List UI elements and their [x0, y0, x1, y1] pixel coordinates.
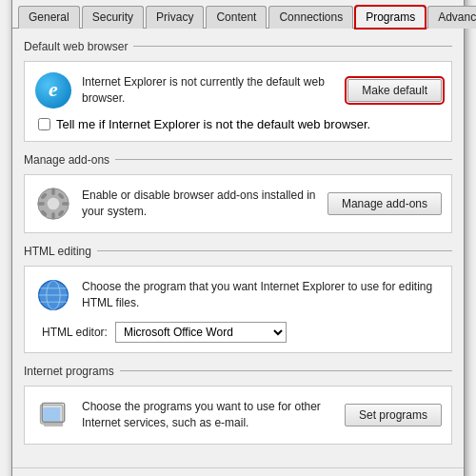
- html-editing-row: Choose the program that you want Interne…: [34, 276, 442, 314]
- svg-rect-2: [51, 188, 55, 194]
- internet-options-window: Internet Options ? ✕ General Security Pr…: [11, 0, 465, 476]
- checkbox-row: Tell me if Internet Explorer is not the …: [34, 117, 442, 131]
- tab-general[interactable]: General: [18, 6, 80, 29]
- manage-addons-box: Enable or disable browser add-ons instal…: [24, 174, 452, 233]
- default-browser-header: Default web browser: [24, 40, 452, 53]
- manage-addons-row: Enable or disable browser add-ons instal…: [34, 185, 442, 223]
- programs-icon-container: [34, 396, 72, 434]
- make-default-button[interactable]: Make default: [347, 79, 442, 102]
- gear-icon-container: [34, 185, 72, 223]
- ie-icon-container: [34, 71, 72, 109]
- tab-programs[interactable]: Programs: [355, 6, 426, 29]
- bottom-buttons-area: OK Cancel Apply: [12, 467, 464, 477]
- gear-icon: [36, 187, 70, 221]
- default-browser-box: Internet Explorer is not currently the d…: [24, 61, 452, 142]
- tabs-bar: General Security Privacy Content Connect…: [12, 0, 464, 29]
- manage-addons-section: Manage add-ons: [24, 153, 452, 233]
- tab-connections[interactable]: Connections: [268, 6, 353, 29]
- set-programs-button[interactable]: Set programs: [345, 404, 442, 426]
- svg-rect-5: [62, 202, 69, 206]
- manage-addons-button[interactable]: Manage add-ons: [327, 192, 442, 215]
- editor-label: HTML editor:: [42, 326, 108, 339]
- svg-rect-16: [43, 407, 60, 420]
- internet-programs-header: Internet programs: [24, 365, 452, 378]
- tab-advanced[interactable]: Advanced: [427, 6, 476, 29]
- internet-programs-text: Choose the programs you want to use for …: [82, 399, 335, 431]
- svg-rect-17: [44, 424, 63, 426]
- content-area: Default web browser Internet Explorer is…: [12, 29, 464, 467]
- html-editing-box: Choose the program that you want Interne…: [24, 266, 452, 353]
- tab-security[interactable]: Security: [82, 6, 144, 29]
- default-browser-checkbox[interactable]: [38, 118, 50, 130]
- html-editing-header: HTML editing: [24, 245, 452, 258]
- html-editor-select[interactable]: Microsoft Office Word Notepad Other...: [115, 322, 287, 343]
- default-browser-row: Internet Explorer is not currently the d…: [34, 71, 442, 109]
- html-editing-section: HTML editing Choose the program that you…: [24, 245, 452, 353]
- manage-addons-header: Manage add-ons: [24, 153, 452, 167]
- svg-rect-4: [38, 202, 45, 206]
- svg-point-1: [48, 197, 60, 209]
- tab-privacy[interactable]: Privacy: [146, 6, 204, 29]
- default-browser-text: Internet Explorer is not currently the d…: [82, 74, 338, 107]
- internet-programs-box: Choose the programs you want to use for …: [24, 386, 452, 445]
- programs-icon: [36, 398, 70, 432]
- svg-rect-3: [51, 212, 55, 219]
- internet-programs-row: Choose the programs you want to use for …: [34, 396, 442, 434]
- default-browser-section: Default web browser Internet Explorer is…: [24, 40, 452, 142]
- ie-icon: [35, 72, 71, 109]
- editor-dropdown-row: HTML editor: Microsoft Office Word Notep…: [34, 322, 442, 343]
- checkbox-label: Tell me if Internet Explorer is not the …: [56, 117, 370, 131]
- html-editing-text: Choose the program that you want Interne…: [82, 279, 442, 311]
- manage-addons-text: Enable or disable browser add-ons instal…: [82, 188, 318, 220]
- tab-content[interactable]: Content: [206, 6, 267, 29]
- globe-icon: [36, 278, 70, 312]
- internet-programs-section: Internet programs Choose the programs yo…: [24, 365, 452, 445]
- globe-icon-container: [34, 276, 72, 314]
